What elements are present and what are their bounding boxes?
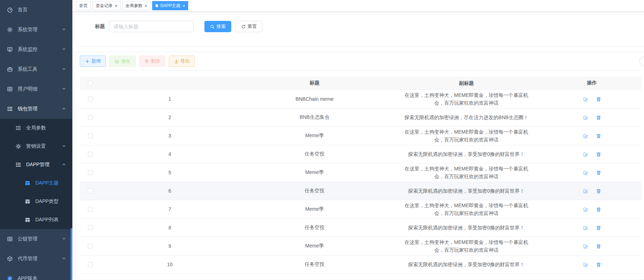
cube-icon: [7, 256, 13, 262]
sidebar-item-system-monitor[interactable]: 系统监控: [0, 40, 72, 59]
sidebar-item-chain-management[interactable]: 公链管理: [0, 229, 72, 249]
sidebar-item-app-version[interactable]: APP版本: [0, 269, 72, 280]
tab-dapp-theme[interactable]: DAPP主题 ×: [152, 1, 188, 10]
trash-icon: [144, 59, 149, 64]
row-edit-button[interactable]: [583, 170, 588, 175]
sidebar-item-label: 全局参数: [26, 125, 46, 131]
sidebar-item-dapp-type[interactable]: DAPP类型: [0, 192, 72, 211]
tab-fund-records[interactable]: 资金记录 ×: [93, 1, 121, 10]
row-delete-button[interactable]: [596, 115, 601, 120]
row-checkbox[interactable]: [88, 97, 93, 101]
sidebar-item-global-params[interactable]: 全局参数: [0, 119, 72, 137]
gear-icon: [16, 144, 21, 149]
row-title: Meme季: [239, 243, 390, 249]
download-icon: [174, 59, 179, 64]
close-icon[interactable]: ×: [115, 4, 118, 8]
chevron-up-icon: [62, 106, 66, 112]
row-checkbox[interactable]: [88, 152, 93, 157]
row-subtitle: 探索无限机遇的加密绿洲，享受加密0撸的财富世界！: [408, 187, 525, 195]
reset-button[interactable]: 重置: [235, 21, 262, 32]
toolbar-circle-button[interactable]: [639, 56, 644, 66]
row-checkbox[interactable]: [88, 225, 93, 230]
select-all-checkbox[interactable]: [88, 81, 93, 86]
row-delete-button[interactable]: [596, 170, 601, 175]
title-search-input[interactable]: [109, 21, 194, 32]
chevron-down-icon: [62, 66, 66, 72]
row-subtitle: 在这里，土狗变神犬，MEME即黄金，珍惜每一个暴富机会，百万玩家狂欢的造富神话: [404, 128, 529, 144]
sidebar-item-label: 系统监控: [18, 46, 37, 53]
gear-icon: [7, 27, 13, 33]
grid-icon: [25, 199, 30, 204]
row-delete-button[interactable]: [596, 225, 601, 231]
sidebar-item-label: DAPP类型: [35, 198, 59, 205]
sidebar-item-label: 系统工具: [18, 66, 37, 72]
sidebar-item-token-management[interactable]: 代币管理: [0, 249, 72, 269]
export-button[interactable]: 导出: [169, 56, 195, 67]
dashboard-icon: [7, 7, 13, 13]
row-delete-button[interactable]: [596, 133, 601, 139]
monitor-icon: [7, 47, 13, 52]
edit-button[interactable]: 修改: [109, 56, 136, 67]
chevron-down-icon: [62, 47, 66, 52]
sidebar-item-user-details[interactable]: 用户明细: [0, 79, 72, 99]
toolbox-icon: [7, 66, 13, 72]
row-checkbox[interactable]: [88, 170, 93, 175]
tab-global-params[interactable]: 全局参数 ×: [123, 1, 151, 10]
row-delete-button[interactable]: [596, 188, 601, 194]
row-edit-button[interactable]: [583, 244, 588, 249]
chevron-down-icon: [62, 144, 66, 149]
row-edit-button[interactable]: [583, 115, 588, 120]
tab-label: 首页: [79, 3, 88, 9]
delete-button[interactable]: 删除: [139, 56, 165, 67]
sidebar-item-system-tools[interactable]: 系统工具: [0, 59, 72, 79]
table-card: 新增 修改 删除 导出 标题 副标题 操作: [75, 52, 644, 280]
row-subtitle: 在这里，土狗变神犬，MEME即黄金，珍惜每一个暴富机会，百万玩家狂欢的造富神话: [404, 165, 529, 180]
close-icon[interactable]: ×: [145, 4, 148, 8]
search-field-label: 标题: [95, 23, 105, 30]
row-delete-button[interactable]: [596, 244, 601, 249]
table-row: 4 任务空投 探索无限机遇的加密绿洲，享受加密0撸的财富世界！: [80, 145, 642, 163]
row-edit-button[interactable]: [583, 225, 588, 231]
row-edit-button[interactable]: [583, 188, 588, 194]
row-title: BNB生态集合: [239, 114, 390, 121]
search-button[interactable]: 搜索: [204, 21, 231, 32]
sidebar-scrollbar-thumb[interactable]: [71, 228, 72, 280]
row-delete-button[interactable]: [596, 207, 601, 212]
sidebar-item-dapp-theme[interactable]: DAPP主题: [0, 174, 72, 192]
sidebar-item-label: 首页: [18, 7, 28, 13]
list-icon: [16, 125, 21, 131]
row-edit-button[interactable]: [583, 133, 588, 139]
sidebar-item-dapp-list[interactable]: DAPP列表: [0, 211, 72, 229]
table-icon: [7, 236, 13, 242]
table-row: 10 任务空投 探索无限机遇的加密绿洲，享受加密0撸的财富世界！: [80, 256, 642, 274]
sidebar-item-marketing-settings[interactable]: 营销设置: [0, 137, 72, 156]
sidebar-item-dapp-management[interactable]: DAPP管理: [0, 156, 72, 174]
sidebar-item-home[interactable]: 首页: [0, 0, 72, 20]
row-checkbox[interactable]: [88, 133, 93, 138]
row-delete-button[interactable]: [596, 152, 601, 157]
row-checkbox[interactable]: [88, 115, 93, 120]
row-subtitle: 在这里，土狗变神犬，MEME即黄金，珍惜每一个暴富机会，百万玩家狂欢的造富神话: [404, 91, 529, 107]
row-edit-button[interactable]: [583, 262, 588, 267]
row-delete-button[interactable]: [596, 262, 601, 267]
sidebar-item-label: 代币管理: [18, 256, 37, 262]
edit-icon: [115, 59, 119, 64]
row-checkbox[interactable]: [88, 207, 93, 212]
main-content: 首页 资金记录 × 全局参数 × DAPP主题 × 标题 搜索 重置: [72, 0, 644, 280]
row-title: 任务空投: [239, 224, 390, 231]
tab-home[interactable]: 首页: [76, 1, 91, 10]
row-edit-button[interactable]: [583, 152, 588, 157]
row-edit-button[interactable]: [583, 97, 588, 102]
sidebar-item-system-management[interactable]: 系统管理: [0, 20, 72, 40]
row-subtitle: 在这里，土狗变神犬，MEME即黄金，珍惜每一个暴富机会，百万玩家狂欢的造富神话: [404, 238, 529, 254]
add-button[interactable]: 新增: [80, 56, 106, 67]
row-checkbox[interactable]: [88, 244, 93, 249]
close-icon[interactable]: ×: [183, 4, 185, 8]
row-delete-button[interactable]: [596, 97, 601, 102]
sidebar: 首页 系统管理 系统监控 系统工具 用户明细 钱包管理 全局参数 营销设置: [0, 0, 72, 280]
row-checkbox[interactable]: [88, 188, 93, 193]
sidebar-item-wallet-management[interactable]: 钱包管理: [0, 99, 72, 119]
row-checkbox[interactable]: [88, 262, 93, 267]
sidebar-item-label: 钱包管理: [18, 106, 37, 112]
row-edit-button[interactable]: [583, 207, 588, 212]
